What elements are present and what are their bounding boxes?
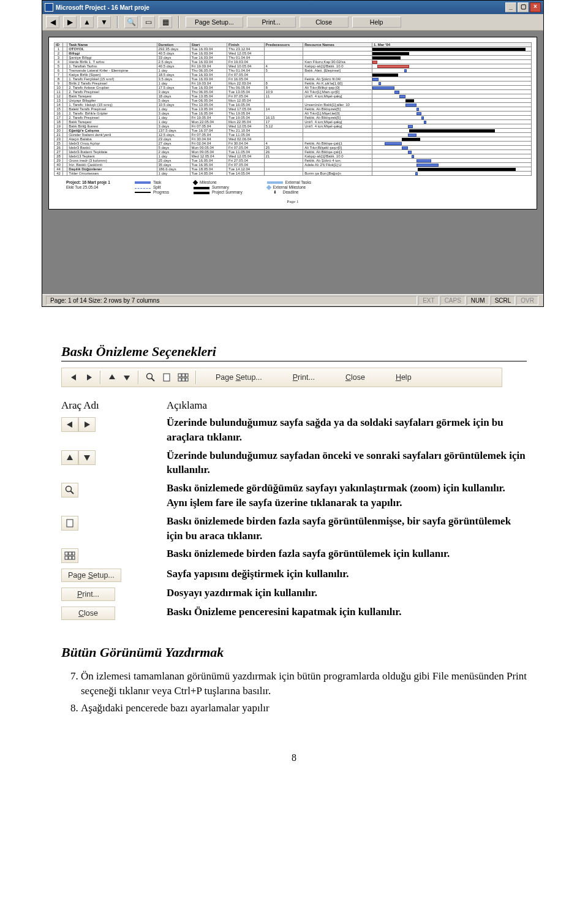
gantt-cell: [63, 154, 67, 159]
gantt-cell: [63, 94, 67, 99]
gantt-bar-cell: [372, 129, 532, 133]
svg-point-4: [147, 374, 153, 379]
gantt-col-header: ID: [55, 43, 63, 47]
strip-close[interactable]: Close: [330, 371, 380, 384]
up-triangle-icon: [108, 373, 116, 382]
maximize-button[interactable]: ▢: [518, 2, 529, 12]
minimize-button[interactable]: _: [505, 2, 516, 12]
svg-line-18: [71, 491, 74, 494]
one-page-button[interactable]: ▭: [141, 16, 155, 28]
print-button[interactable]: Print...: [61, 588, 115, 601]
gantt-cell: [264, 133, 303, 137]
up-page-button[interactable]: ▲: [80, 16, 94, 28]
gantt-bar-cell: [372, 90, 532, 94]
down-page-button[interactable]: ▼: [97, 16, 111, 28]
gantt-cell: 26: [264, 150, 303, 154]
gantt-row: 15Balekl Taraftı Preşinsel1 dayTue 13.05…: [55, 107, 532, 112]
strip-next-button[interactable]: [81, 370, 96, 385]
gantt-col-header: Finish: [227, 43, 265, 47]
page-setup-button[interactable]: Page Setup...: [61, 569, 121, 582]
close-button[interactable]: ×: [530, 2, 541, 12]
strip-prev-button[interactable]: [67, 370, 81, 385]
zoom-button[interactable]: 🔍: [124, 16, 138, 28]
strip-zoom-button[interactable]: [143, 370, 159, 385]
svg-rect-19: [67, 520, 73, 527]
gantt-cell: 44: [55, 167, 63, 172]
help-button[interactable]: Help: [352, 17, 401, 28]
gantt-bar-cell: [372, 73, 532, 77]
gantt-cell: Tue 16.07.04: [190, 129, 227, 133]
strip-print[interactable]: Print...: [277, 371, 330, 384]
gantt-cell: Fri 30.04.04: [227, 142, 265, 146]
gantt-cell: [303, 56, 372, 60]
strip-pagesetup[interactable]: Page Setup...: [200, 371, 277, 384]
preview-area: IDTask NameDurationStartFinishPredecesso…: [42, 31, 543, 294]
status-caps: CAPS: [440, 296, 466, 305]
gantt-cell: Tue 16.03.04: [190, 47, 227, 51]
gantt-cell: Ali Tıkır;Bilşekl-şeşır[0]: [303, 146, 372, 150]
gantt-cell: Thu 01.04.04: [227, 56, 265, 60]
gantt-bar: [408, 125, 413, 128]
preview-page[interactable]: IDTask NameDurationStartFinishPredecesso…: [48, 37, 537, 210]
strip-help[interactable]: Help: [380, 371, 427, 384]
next-page-button[interactable]: ▶: [63, 16, 77, 28]
gantt-row: 26İdebr3 Baskü5 daysMon 09.05.04Fri 07.0…: [55, 146, 532, 150]
gantt-bar: [402, 146, 408, 149]
gantt-row: 13Üstyapı Bilişgiler5 daysTue 06.05.04Mo…: [55, 99, 532, 103]
window-title: Microsoft Project - 16 Mart proje: [56, 4, 149, 11]
print-button[interactable]: Print...: [247, 17, 296, 28]
svg-rect-11: [182, 378, 185, 381]
gantt-cell: Tue 13.05.04: [190, 94, 227, 99]
gantt-cell: 14: [55, 103, 63, 107]
gantt-cell: Fri 02.04.04: [190, 142, 227, 146]
prev-page-button[interactable]: ◀: [46, 16, 59, 28]
multi-page-button[interactable]: ▦: [159, 16, 172, 28]
status-ovr: OVR: [516, 296, 538, 305]
gantt-bar-cell: [372, 154, 532, 159]
page-label: Page 1: [54, 197, 532, 204]
gantt-bar-cell: [372, 142, 532, 146]
strip-up-button[interactable]: [105, 370, 119, 385]
gantt-bar: [405, 104, 417, 107]
gantt-cell: 3.5 days: [157, 77, 190, 81]
gantt-cell: [63, 107, 67, 112]
gantt-col-header: Task Name: [67, 43, 157, 47]
gantt-cell: 6: [55, 69, 63, 73]
gantt-bar-cell: [372, 99, 532, 103]
svg-rect-22: [72, 552, 75, 555]
gantt-cell: 3 days: [157, 112, 190, 116]
gantt-cell: Burim şa Bon;[Bağıx]n: [303, 172, 372, 176]
gantt-cell: 4: [264, 64, 303, 69]
gantt-cell: 10;9: [264, 90, 303, 94]
close-preview-button[interactable]: Close: [300, 17, 349, 28]
strip-onepage-button[interactable]: [159, 370, 175, 385]
close-button[interactable]: Close: [61, 607, 115, 620]
gantt-cell: Thu 23.12.04: [227, 47, 265, 51]
gantt-cell: Feklık. Alı Şükrü 4 ton;: [303, 159, 372, 163]
gantt-bar: [385, 142, 402, 145]
gantt-bar: [417, 164, 439, 167]
gantt-cell: 1: [55, 47, 63, 51]
gantt-bar-cell: [372, 137, 532, 142]
gantt-cell: Thu 01.04.04: [227, 69, 265, 73]
strip-down-button[interactable]: [119, 370, 134, 385]
multi-page-icon: [178, 372, 189, 382]
gantt-bar-cell: [372, 69, 532, 73]
gantt-cell: Fri 16.05.04: [227, 77, 265, 81]
gantt-cell: 2.5 days: [157, 60, 190, 64]
gantt-row: 51. Taraftalı Tazlısı40.5 daysFri 19.03.…: [55, 64, 532, 69]
gantt-cell: [264, 77, 303, 81]
gantt-cell: Tue 16.05.04: [190, 112, 227, 116]
strip-multipage-button[interactable]: [175, 370, 192, 385]
one-page-icon: [162, 372, 172, 382]
gantt-cell: 28: [55, 154, 63, 159]
page-setup-button[interactable]: Page Setup...: [186, 17, 243, 28]
def-tool-cell: Print...: [61, 586, 153, 601]
gantt-cell: 11: [55, 90, 63, 94]
legend-ext-tasks: External Tasks: [285, 180, 311, 184]
gantt-row: 162. Taraftı: Birlik'e Gripler3 daysTue …: [55, 112, 532, 116]
gantt-cell: 25: [55, 142, 63, 146]
gantt-cell: 18: [55, 120, 63, 124]
gantt-bar: [409, 129, 495, 132]
gantt-bar-cell: [372, 81, 532, 86]
